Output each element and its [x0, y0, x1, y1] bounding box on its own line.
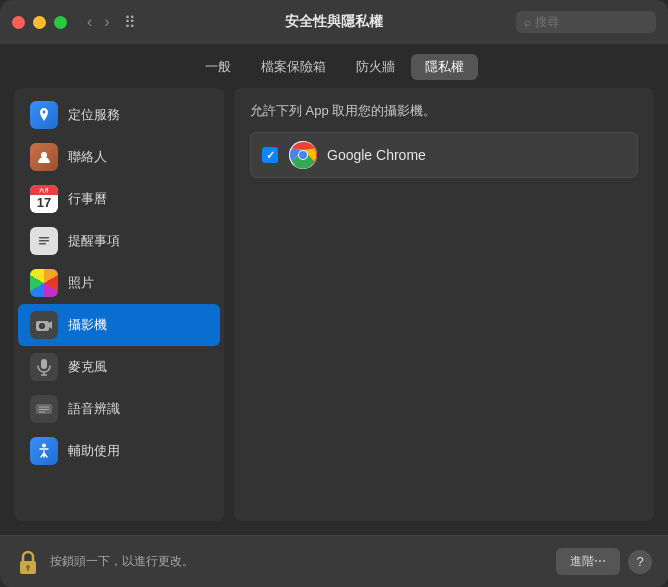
lock-icon — [17, 549, 39, 575]
sidebar-item-accessibility[interactable]: 輔助使用 — [18, 430, 220, 472]
app-row-chrome: ✓ — [250, 132, 638, 178]
titlebar: ‹ › ⠿ 安全性與隱私權 ⌕ — [0, 0, 668, 44]
right-panel: 允許下列 App 取用您的攝影機。 ✓ — [234, 88, 654, 521]
window-title: 安全性與隱私權 — [285, 13, 383, 31]
lock-label: 按鎖頭一下，以進行更改。 — [50, 553, 194, 570]
search-box[interactable]: ⌕ — [516, 11, 656, 33]
main-content: 定位服務 聯絡人 六月 17 行事曆 — [0, 88, 668, 535]
svg-rect-8 — [41, 359, 47, 369]
app-list: ✓ — [250, 132, 638, 178]
sidebar: 定位服務 聯絡人 六月 17 行事曆 — [14, 88, 224, 521]
svg-rect-2 — [39, 240, 49, 242]
close-button[interactable] — [12, 16, 25, 29]
tab-filevault[interactable]: 檔案保險箱 — [247, 54, 340, 80]
location-icon — [30, 101, 58, 129]
svg-marker-5 — [49, 321, 52, 329]
sidebar-item-mic[interactable]: 麥克風 — [18, 346, 220, 388]
help-button[interactable]: ? — [628, 550, 652, 574]
lock-icon-wrap[interactable] — [16, 549, 40, 575]
sidebar-label-photos: 照片 — [68, 274, 94, 292]
sidebar-item-speech[interactable]: 語音辨識 — [18, 388, 220, 430]
speech-icon — [30, 395, 58, 423]
tab-privacy[interactable]: 隱私權 — [411, 54, 478, 80]
bottom-bar: 按鎖頭一下，以進行更改。 進階⋯ ? — [0, 535, 668, 587]
tab-general[interactable]: 一般 — [191, 54, 245, 80]
sidebar-label-speech: 語音辨識 — [68, 400, 120, 418]
bottom-right-controls: 進階⋯ ? — [556, 548, 652, 575]
svg-point-7 — [41, 325, 44, 328]
accessibility-icon — [30, 437, 58, 465]
sidebar-label-location: 定位服務 — [68, 106, 120, 124]
sidebar-label-accessibility: 輔助使用 — [68, 442, 120, 460]
svg-rect-3 — [39, 243, 46, 245]
svg-rect-22 — [27, 567, 29, 571]
photos-icon — [30, 269, 58, 297]
sidebar-item-calendar[interactable]: 六月 17 行事曆 — [18, 178, 220, 220]
window: ‹ › ⠿ 安全性與隱私權 ⌕ 一般 檔案保險箱 防火牆 隱私權 定位服務 — [0, 0, 668, 587]
svg-point-15 — [42, 444, 46, 448]
minimize-button[interactable] — [33, 16, 46, 29]
checkbox-chrome[interactable]: ✓ — [261, 146, 279, 164]
camera-icon — [30, 311, 58, 339]
sidebar-item-location[interactable]: 定位服務 — [18, 94, 220, 136]
mic-icon — [30, 353, 58, 381]
contacts-icon — [30, 143, 58, 171]
sidebar-item-contacts[interactable]: 聯絡人 — [18, 136, 220, 178]
advance-button[interactable]: 進階⋯ — [556, 548, 620, 575]
grid-icon[interactable]: ⠿ — [124, 13, 136, 32]
svg-point-18 — [299, 151, 307, 159]
checkbox-checked-icon: ✓ — [262, 147, 278, 163]
reminders-icon — [30, 227, 58, 255]
forward-button[interactable]: › — [100, 12, 113, 32]
sidebar-item-reminders[interactable]: 提醒事項 — [18, 220, 220, 262]
sidebar-label-reminders: 提醒事項 — [68, 232, 120, 250]
calendar-icon: 六月 17 — [30, 185, 58, 213]
sidebar-label-calendar: 行事曆 — [68, 190, 107, 208]
tab-firewall[interactable]: 防火牆 — [342, 54, 409, 80]
sidebar-item-camera[interactable]: 攝影機 — [18, 304, 220, 346]
search-input[interactable] — [535, 15, 648, 29]
sidebar-label-contacts: 聯絡人 — [68, 148, 107, 166]
search-icon: ⌕ — [524, 15, 531, 29]
svg-rect-1 — [39, 237, 49, 239]
panel-title: 允許下列 App 取用您的攝影機。 — [250, 102, 638, 120]
nav-buttons: ‹ › — [83, 12, 114, 32]
tabs-bar: 一般 檔案保險箱 防火牆 隱私權 — [0, 44, 668, 88]
maximize-button[interactable] — [54, 16, 67, 29]
back-button[interactable]: ‹ — [83, 12, 96, 32]
sidebar-item-photos[interactable]: 照片 — [18, 262, 220, 304]
sidebar-label-camera: 攝影機 — [68, 316, 107, 334]
sidebar-label-mic: 麥克風 — [68, 358, 107, 376]
chrome-logo-icon — [289, 141, 317, 169]
traffic-lights — [12, 16, 67, 29]
app-name-chrome: Google Chrome — [327, 147, 426, 163]
